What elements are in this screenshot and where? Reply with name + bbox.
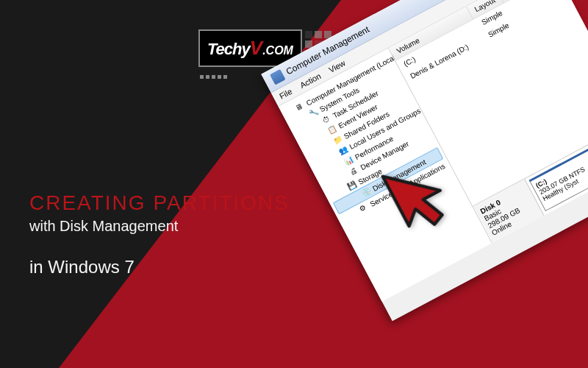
- app-icon: [270, 69, 286, 85]
- disk-panel: Disk 0 Basic 298.09 GB Online (C:) 203.0…: [473, 119, 588, 243]
- title-line-3: in Windows 7: [29, 257, 290, 277]
- services-icon: ⚙: [358, 202, 370, 213]
- main-title: CREATING PARTITIONS with Disk Management…: [29, 191, 290, 277]
- logo-text-techy: Techy: [207, 40, 250, 58]
- menu-file[interactable]: File: [278, 87, 293, 101]
- partition-c[interactable]: (C:) 203.07 GB NTFS Healthy (Syst: [529, 144, 588, 211]
- title-line-1: CREATING PARTITIONS: [29, 191, 290, 215]
- title-line-2: with Disk Management: [29, 218, 290, 235]
- logo-dots: [200, 75, 227, 79]
- logo-text-com: .COM: [262, 44, 293, 57]
- logo-text-v: V: [250, 37, 262, 59]
